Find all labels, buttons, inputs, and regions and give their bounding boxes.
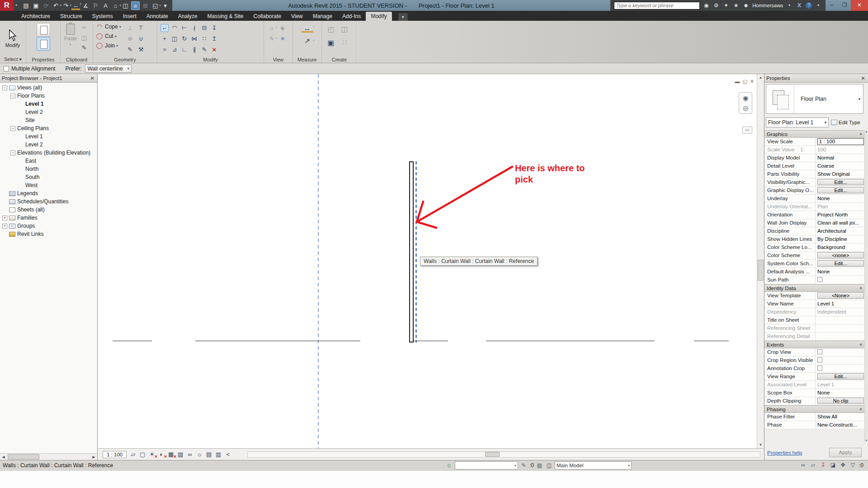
property-value-button[interactable]: <None> xyxy=(817,292,864,299)
multiple-alignment-option[interactable]: Multiple Alignment xyxy=(4,66,55,72)
text-icon[interactable]: A xyxy=(101,1,110,10)
underlay-icon[interactable]: ≡ xyxy=(278,35,287,43)
property-value-cell[interactable]: None None None xyxy=(815,389,865,397)
unpin-icon[interactable]: ↥ xyxy=(210,35,218,43)
collapse-chevron-icon[interactable] xyxy=(859,343,864,346)
property-value-cell[interactable]: Level 1 Level 1 Level 1 xyxy=(815,300,865,308)
view-close-icon[interactable]: ✕ xyxy=(750,79,754,84)
curtain-wall-reference-highlight[interactable] xyxy=(415,161,417,343)
select-underlay-icon[interactable]: ▱ xyxy=(809,461,817,469)
tag-icon[interactable]: ⚐ xyxy=(91,1,100,10)
property-value[interactable]: Show All xyxy=(817,414,837,419)
property-value-cell[interactable]: Edit... Edit... Edit... xyxy=(815,260,865,267)
sun-path-icon[interactable]: ☀ xyxy=(148,450,156,459)
property-value-cell[interactable] xyxy=(815,333,865,340)
aligned-dimension-icon[interactable]: ∡ xyxy=(81,1,90,10)
properties-scrollbar[interactable]: ▲ ▼ xyxy=(864,130,868,442)
pin-icon[interactable]: ↧ xyxy=(210,24,218,32)
close-button[interactable]: × xyxy=(851,0,868,11)
tab-systems[interactable]: Systems xyxy=(87,12,118,21)
tab-massing-site[interactable]: Massing & Site xyxy=(203,12,249,21)
level-line[interactable] xyxy=(113,341,152,341)
communication-icon[interactable]: ✦ xyxy=(722,1,730,9)
tree-item[interactable]: East xyxy=(0,157,97,165)
tree-item[interactable]: North xyxy=(0,165,97,173)
instance-combo[interactable]: Floor Plan: Level 1 ▾ xyxy=(766,117,829,127)
collapse-chevron-icon[interactable] xyxy=(859,408,864,411)
property-value[interactable]: New Constructi... xyxy=(817,422,857,427)
scroll-up-icon[interactable]: ▲ xyxy=(757,74,764,81)
property-value[interactable]: By Discipline xyxy=(817,236,847,242)
subscription-icon[interactable]: ⚙ xyxy=(712,1,720,9)
tab-manage[interactable]: Manage xyxy=(308,12,337,21)
move-icon[interactable]: + xyxy=(160,35,169,43)
detail-level-icon[interactable]: ▱ xyxy=(129,450,137,459)
property-value-input[interactable]: 1 : 100 xyxy=(817,138,864,145)
property-checkbox[interactable] xyxy=(817,349,822,354)
undo-icon[interactable]: ↶ xyxy=(52,1,60,10)
tree-item[interactable]: − Ceiling Plans xyxy=(0,124,97,132)
reference-plane-line[interactable] xyxy=(318,74,319,448)
property-value-cell[interactable] xyxy=(815,357,865,364)
scroll-thumb[interactable] xyxy=(485,452,500,457)
property-value-cell[interactable]: Edit... Edit... Edit... xyxy=(815,187,865,194)
tab-structure[interactable]: Structure xyxy=(55,12,87,21)
property-value-cell[interactable]: Independent Independent Independent xyxy=(815,308,865,316)
exchange-apps-icon[interactable]: X xyxy=(796,1,803,9)
shadows-icon[interactable]: ◐ xyxy=(157,450,165,459)
apply-button[interactable]: Apply xyxy=(829,448,862,457)
property-value-cell[interactable]: <None> <None> <None> xyxy=(815,292,865,300)
signed-in-user[interactable]: Hommersawa xyxy=(752,3,783,8)
tree-toggle-icon[interactable]: − xyxy=(10,94,15,99)
property-value-cell[interactable]: No clip No clip No clip xyxy=(815,397,865,405)
tree-item[interactable]: + Groups xyxy=(0,222,97,230)
tab-analyze[interactable]: Analyze xyxy=(173,12,203,21)
tree-toggle-icon[interactable]: − xyxy=(10,126,15,131)
select-pinned-icon[interactable]: ↧ xyxy=(819,461,827,469)
property-value-cell[interactable]: Edit... Edit... Edit... xyxy=(815,373,865,380)
steering-wheel-icon[interactable]: ◉ xyxy=(741,94,750,102)
ribbon-display-toggle-icon[interactable]: ▾ xyxy=(398,13,408,21)
property-value-cell[interactable]: Coarse Coarse Coarse xyxy=(815,162,865,170)
design-options-icon[interactable]: ▤ xyxy=(536,462,543,469)
temporary-hide-isolate-icon[interactable]: ∞ xyxy=(186,450,194,459)
sync-icon[interactable]: ⟳ xyxy=(42,1,50,10)
delete-icon[interactable]: × xyxy=(210,46,218,54)
edit-type-button[interactable]: Edit Type xyxy=(830,117,863,127)
visual-style-icon[interactable]: ▢ xyxy=(138,450,146,459)
property-value-cell[interactable]: Normal Normal Normal xyxy=(815,154,865,162)
tree-item[interactable]: − Views (all) xyxy=(0,84,97,92)
tab-architecture[interactable]: Architecture xyxy=(16,12,55,21)
scroll-track[interactable] xyxy=(7,454,90,460)
collapse-viewbar-icon[interactable]: < xyxy=(224,450,232,459)
curtain-wall[interactable] xyxy=(409,161,414,343)
property-value-cell[interactable] xyxy=(815,316,865,324)
tab-annotate[interactable]: Annotate xyxy=(142,12,173,21)
property-value-cell[interactable]: Clean all wall joi... Clean all wall joi… xyxy=(815,219,865,227)
project-browser-close-icon[interactable]: ✕ xyxy=(89,75,95,81)
navigation-extra-icon[interactable]: ▭ xyxy=(742,127,752,134)
property-value-cell[interactable]: 100 100 100 xyxy=(815,146,865,154)
analysis-display-icon[interactable]: ▤ xyxy=(205,450,213,459)
view-restore-icon[interactable]: ◱ xyxy=(742,79,747,84)
property-value-cell[interactable]: Architectural Architectural Architectura… xyxy=(815,227,865,235)
property-checkbox[interactable] xyxy=(817,357,822,362)
design-option-combo[interactable]: Main Model▾ xyxy=(555,461,632,469)
apply-coping-icon[interactable]: ∪ xyxy=(137,35,145,43)
tab-collaborate[interactable]: Collaborate xyxy=(249,12,286,21)
type-properties-icon[interactable] xyxy=(37,37,50,51)
property-value-button[interactable]: Edit... xyxy=(817,373,864,380)
tree-toggle-icon[interactable]: − xyxy=(2,85,7,90)
tree-toggle-icon[interactable]: + xyxy=(2,224,7,229)
tree-item[interactable]: Legends xyxy=(0,189,97,197)
dimension-tool-icon[interactable]: ↗ xyxy=(302,37,313,45)
property-value-cell[interactable]: Plan Plan Plan xyxy=(815,203,865,211)
save-icon[interactable]: ▣ xyxy=(32,1,40,10)
match-type-icon[interactable]: ✎ xyxy=(80,44,88,52)
array-icon[interactable]: ∷ xyxy=(200,35,208,43)
show-hidden-icon[interactable]: ◈ xyxy=(278,24,287,32)
tree-item[interactable]: West xyxy=(0,181,97,189)
property-value[interactable]: Plan xyxy=(817,204,828,209)
browser-hscrollbar[interactable]: ◀ ▶ xyxy=(0,453,97,460)
exclude-options-icon[interactable]: ◫ xyxy=(545,462,553,469)
